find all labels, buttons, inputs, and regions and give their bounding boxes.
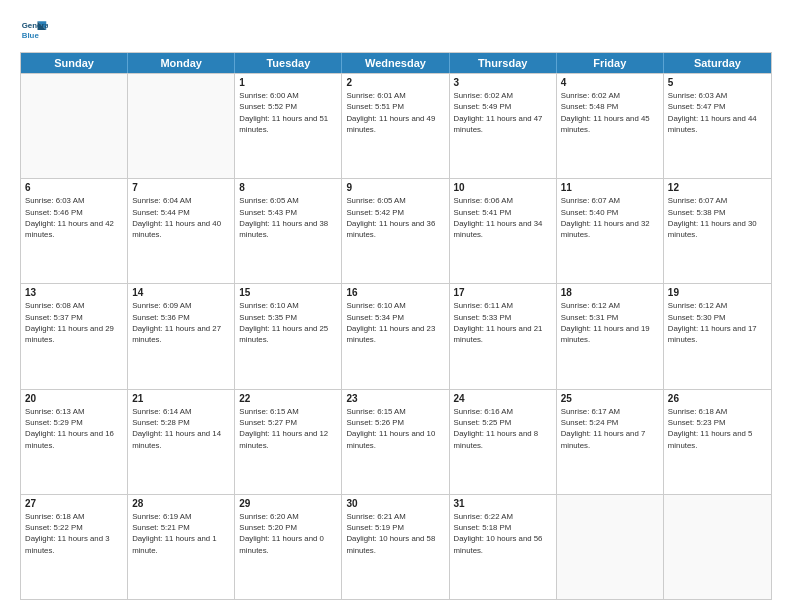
day-number: 19 <box>668 287 767 298</box>
day-cell-26: 26Sunrise: 6:18 AM Sunset: 5:23 PM Dayli… <box>664 390 771 494</box>
day-number: 8 <box>239 182 337 193</box>
cell-info: Sunrise: 6:10 AM Sunset: 5:35 PM Dayligh… <box>239 300 337 345</box>
empty-cell <box>664 495 771 599</box>
empty-cell <box>128 74 235 178</box>
cell-info: Sunrise: 6:20 AM Sunset: 5:20 PM Dayligh… <box>239 511 337 556</box>
day-number: 11 <box>561 182 659 193</box>
day-cell-31: 31Sunrise: 6:22 AM Sunset: 5:18 PM Dayli… <box>450 495 557 599</box>
weekday-header-tuesday: Tuesday <box>235 53 342 73</box>
day-cell-8: 8Sunrise: 6:05 AM Sunset: 5:43 PM Daylig… <box>235 179 342 283</box>
day-number: 26 <box>668 393 767 404</box>
cell-info: Sunrise: 6:18 AM Sunset: 5:23 PM Dayligh… <box>668 406 767 451</box>
weekday-header-saturday: Saturday <box>664 53 771 73</box>
logo: General Blue <box>20 16 48 44</box>
cell-info: Sunrise: 6:19 AM Sunset: 5:21 PM Dayligh… <box>132 511 230 556</box>
cell-info: Sunrise: 6:02 AM Sunset: 5:48 PM Dayligh… <box>561 90 659 135</box>
day-number: 18 <box>561 287 659 298</box>
day-cell-5: 5Sunrise: 6:03 AM Sunset: 5:47 PM Daylig… <box>664 74 771 178</box>
page: General Blue SundayMondayTuesdayWednesda… <box>0 0 792 612</box>
svg-text:General: General <box>22 21 48 30</box>
day-cell-11: 11Sunrise: 6:07 AM Sunset: 5:40 PM Dayli… <box>557 179 664 283</box>
day-cell-13: 13Sunrise: 6:08 AM Sunset: 5:37 PM Dayli… <box>21 284 128 388</box>
cell-info: Sunrise: 6:01 AM Sunset: 5:51 PM Dayligh… <box>346 90 444 135</box>
day-cell-6: 6Sunrise: 6:03 AM Sunset: 5:46 PM Daylig… <box>21 179 128 283</box>
day-cell-4: 4Sunrise: 6:02 AM Sunset: 5:48 PM Daylig… <box>557 74 664 178</box>
day-number: 1 <box>239 77 337 88</box>
weekday-header-monday: Monday <box>128 53 235 73</box>
day-number: 4 <box>561 77 659 88</box>
day-cell-22: 22Sunrise: 6:15 AM Sunset: 5:27 PM Dayli… <box>235 390 342 494</box>
day-cell-7: 7Sunrise: 6:04 AM Sunset: 5:44 PM Daylig… <box>128 179 235 283</box>
day-cell-23: 23Sunrise: 6:15 AM Sunset: 5:26 PM Dayli… <box>342 390 449 494</box>
cell-info: Sunrise: 6:06 AM Sunset: 5:41 PM Dayligh… <box>454 195 552 240</box>
calendar-row-4: 20Sunrise: 6:13 AM Sunset: 5:29 PM Dayli… <box>21 389 771 494</box>
cell-info: Sunrise: 6:14 AM Sunset: 5:28 PM Dayligh… <box>132 406 230 451</box>
day-cell-18: 18Sunrise: 6:12 AM Sunset: 5:31 PM Dayli… <box>557 284 664 388</box>
cell-info: Sunrise: 6:15 AM Sunset: 5:26 PM Dayligh… <box>346 406 444 451</box>
header: General Blue <box>20 16 772 44</box>
cell-info: Sunrise: 6:07 AM Sunset: 5:38 PM Dayligh… <box>668 195 767 240</box>
day-number: 23 <box>346 393 444 404</box>
cell-info: Sunrise: 6:04 AM Sunset: 5:44 PM Dayligh… <box>132 195 230 240</box>
day-number: 14 <box>132 287 230 298</box>
day-number: 5 <box>668 77 767 88</box>
day-number: 21 <box>132 393 230 404</box>
cell-info: Sunrise: 6:11 AM Sunset: 5:33 PM Dayligh… <box>454 300 552 345</box>
day-cell-20: 20Sunrise: 6:13 AM Sunset: 5:29 PM Dayli… <box>21 390 128 494</box>
cell-info: Sunrise: 6:00 AM Sunset: 5:52 PM Dayligh… <box>239 90 337 135</box>
cell-info: Sunrise: 6:02 AM Sunset: 5:49 PM Dayligh… <box>454 90 552 135</box>
day-cell-24: 24Sunrise: 6:16 AM Sunset: 5:25 PM Dayli… <box>450 390 557 494</box>
day-number: 28 <box>132 498 230 509</box>
calendar-header: SundayMondayTuesdayWednesdayThursdayFrid… <box>21 53 771 73</box>
cell-info: Sunrise: 6:18 AM Sunset: 5:22 PM Dayligh… <box>25 511 123 556</box>
day-number: 22 <box>239 393 337 404</box>
cell-info: Sunrise: 6:05 AM Sunset: 5:42 PM Dayligh… <box>346 195 444 240</box>
cell-info: Sunrise: 6:22 AM Sunset: 5:18 PM Dayligh… <box>454 511 552 556</box>
logo-icon: General Blue <box>20 16 48 44</box>
day-number: 9 <box>346 182 444 193</box>
day-number: 12 <box>668 182 767 193</box>
svg-text:Blue: Blue <box>22 31 40 40</box>
day-cell-3: 3Sunrise: 6:02 AM Sunset: 5:49 PM Daylig… <box>450 74 557 178</box>
day-number: 25 <box>561 393 659 404</box>
cell-info: Sunrise: 6:15 AM Sunset: 5:27 PM Dayligh… <box>239 406 337 451</box>
cell-info: Sunrise: 6:12 AM Sunset: 5:31 PM Dayligh… <box>561 300 659 345</box>
day-number: 24 <box>454 393 552 404</box>
day-cell-25: 25Sunrise: 6:17 AM Sunset: 5:24 PM Dayli… <box>557 390 664 494</box>
day-cell-19: 19Sunrise: 6:12 AM Sunset: 5:30 PM Dayli… <box>664 284 771 388</box>
cell-info: Sunrise: 6:12 AM Sunset: 5:30 PM Dayligh… <box>668 300 767 345</box>
day-cell-29: 29Sunrise: 6:20 AM Sunset: 5:20 PM Dayli… <box>235 495 342 599</box>
day-number: 17 <box>454 287 552 298</box>
cell-info: Sunrise: 6:17 AM Sunset: 5:24 PM Dayligh… <box>561 406 659 451</box>
calendar-row-5: 27Sunrise: 6:18 AM Sunset: 5:22 PM Dayli… <box>21 494 771 599</box>
day-cell-17: 17Sunrise: 6:11 AM Sunset: 5:33 PM Dayli… <box>450 284 557 388</box>
day-cell-9: 9Sunrise: 6:05 AM Sunset: 5:42 PM Daylig… <box>342 179 449 283</box>
calendar: SundayMondayTuesdayWednesdayThursdayFrid… <box>20 52 772 600</box>
cell-info: Sunrise: 6:09 AM Sunset: 5:36 PM Dayligh… <box>132 300 230 345</box>
cell-info: Sunrise: 6:21 AM Sunset: 5:19 PM Dayligh… <box>346 511 444 556</box>
day-number: 30 <box>346 498 444 509</box>
day-number: 7 <box>132 182 230 193</box>
calendar-row-1: 1Sunrise: 6:00 AM Sunset: 5:52 PM Daylig… <box>21 73 771 178</box>
empty-cell <box>557 495 664 599</box>
day-cell-30: 30Sunrise: 6:21 AM Sunset: 5:19 PM Dayli… <box>342 495 449 599</box>
day-number: 13 <box>25 287 123 298</box>
day-number: 20 <box>25 393 123 404</box>
calendar-body: 1Sunrise: 6:00 AM Sunset: 5:52 PM Daylig… <box>21 73 771 599</box>
cell-info: Sunrise: 6:10 AM Sunset: 5:34 PM Dayligh… <box>346 300 444 345</box>
day-cell-2: 2Sunrise: 6:01 AM Sunset: 5:51 PM Daylig… <box>342 74 449 178</box>
cell-info: Sunrise: 6:08 AM Sunset: 5:37 PM Dayligh… <box>25 300 123 345</box>
weekday-header-sunday: Sunday <box>21 53 128 73</box>
cell-info: Sunrise: 6:03 AM Sunset: 5:46 PM Dayligh… <box>25 195 123 240</box>
weekday-header-wednesday: Wednesday <box>342 53 449 73</box>
day-cell-14: 14Sunrise: 6:09 AM Sunset: 5:36 PM Dayli… <box>128 284 235 388</box>
cell-info: Sunrise: 6:16 AM Sunset: 5:25 PM Dayligh… <box>454 406 552 451</box>
day-number: 15 <box>239 287 337 298</box>
day-number: 2 <box>346 77 444 88</box>
calendar-row-2: 6Sunrise: 6:03 AM Sunset: 5:46 PM Daylig… <box>21 178 771 283</box>
day-cell-1: 1Sunrise: 6:00 AM Sunset: 5:52 PM Daylig… <box>235 74 342 178</box>
calendar-row-3: 13Sunrise: 6:08 AM Sunset: 5:37 PM Dayli… <box>21 283 771 388</box>
day-cell-16: 16Sunrise: 6:10 AM Sunset: 5:34 PM Dayli… <box>342 284 449 388</box>
day-cell-12: 12Sunrise: 6:07 AM Sunset: 5:38 PM Dayli… <box>664 179 771 283</box>
cell-info: Sunrise: 6:05 AM Sunset: 5:43 PM Dayligh… <box>239 195 337 240</box>
